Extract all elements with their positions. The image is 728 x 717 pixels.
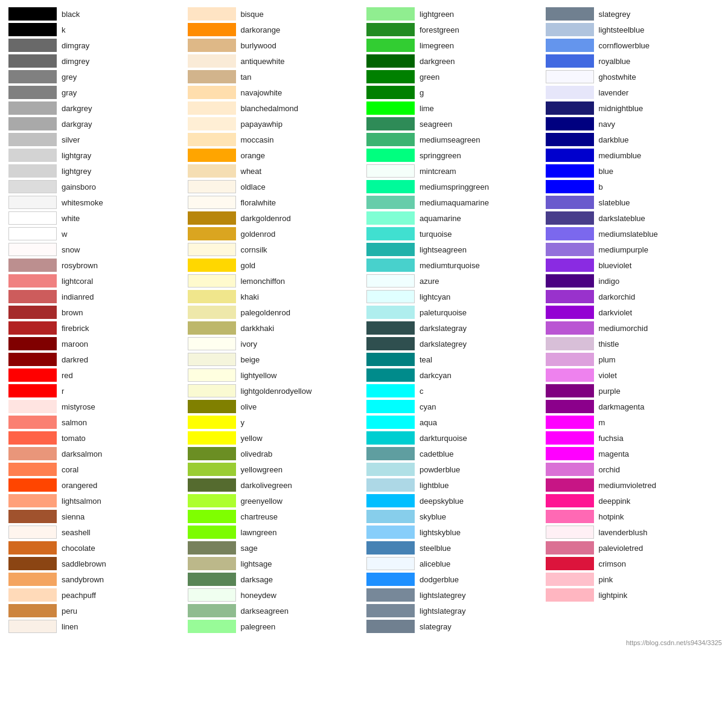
color-swatch [8,384,57,397]
list-item: whitesmoke [6,195,185,210]
color-label: oldlace [241,182,266,191]
color-label: lightgoldenrodyellow [241,387,312,396]
list-item: darkseagreen [185,603,365,619]
color-swatch [8,368,57,382]
color-swatch [188,259,236,272]
color-swatch [546,117,594,130]
color-swatch [546,274,594,288]
color-swatch [8,164,57,178]
color-swatch [188,416,236,429]
color-swatch [366,211,415,225]
list-item: turquoise [364,226,543,242]
list-item: orange [185,147,365,163]
list-item: lightgoldenrodyellow [185,383,365,399]
list-item: blanchedalmond [185,100,365,116]
list-item: saddlebrown [6,556,185,571]
list-item: lightgreen [364,6,543,22]
color-swatch [188,604,236,617]
list-item: violet [543,367,723,383]
color-label: orchid [599,465,620,474]
color-swatch [546,573,594,586]
list-item: peru [6,603,185,619]
list-item: darkgoldenrod [185,210,365,226]
color-label: darkgreen [420,57,455,66]
color-label: darksage [241,575,273,584]
color-label: brown [62,308,83,317]
color-swatch [366,416,415,429]
color-label: lightpink [599,591,628,600]
list-item: red [6,367,185,383]
color-swatch [546,431,594,445]
list-item: mediumvioletred [543,477,723,493]
list-item: midnightblue [543,100,723,116]
color-label: seashell [62,528,91,537]
list-item: dimgrey [6,53,185,69]
color-swatch [188,196,236,209]
color-label: darkgrey [62,104,92,113]
list-item: gold [185,257,365,273]
color-swatch [8,70,57,83]
list-item: aliceblue [364,556,543,571]
color-swatch [8,510,57,523]
color-label: darkslategray [420,324,467,333]
color-swatch [8,243,57,256]
color-label: gray [62,88,77,97]
list-item: darkturquoise [364,430,543,446]
color-label: cornsilk [241,245,267,254]
list-item: darkorchid [543,289,723,304]
color-label: dimgrey [62,57,89,66]
color-label: moccasin [241,135,274,144]
color-swatch [188,211,236,225]
color-label: mediumspringgreen [420,182,489,191]
color-label: y [241,418,245,427]
color-swatch [188,478,236,492]
color-label: greenyellow [241,497,283,506]
color-swatch [8,117,57,130]
color-swatch [188,431,236,445]
color-swatch [8,306,57,319]
color-swatch [8,321,57,335]
list-item: sage [185,540,365,556]
color-label: darkmagenta [599,402,645,411]
color-label: m [599,418,605,427]
color-label: k [62,25,66,34]
color-swatch [188,149,236,162]
color-swatch [366,196,415,209]
list-item: forestgreen [364,22,543,37]
color-label: darkkhaki [241,324,275,333]
color-swatch [188,368,236,382]
color-swatch [546,243,594,256]
list-item: royalblue [543,53,723,69]
color-label: mediumaquamarine [420,198,489,207]
color-swatch [546,447,594,460]
list-item: teal [364,352,543,367]
color-swatch [366,39,415,52]
color-label: darkblue [599,135,629,144]
color-swatch [188,164,236,178]
list-item: rosybrown [6,257,185,273]
color-swatch [546,478,594,492]
color-label: mistyrose [62,402,95,411]
list-item: burlywood [185,37,365,53]
list-item: chartreuse [185,509,365,524]
list-item: gainsboro [6,179,185,195]
color-swatch [546,494,594,507]
column-4: slategreylightsteelbluecornflowerblueroy… [543,6,723,634]
list-item: fuchsia [543,430,723,446]
color-label: darksalmon [62,449,102,458]
color-label: seagreen [420,120,452,129]
list-item: limegreen [364,37,543,53]
color-swatch [366,431,415,445]
color-swatch [366,117,415,130]
column-2: bisquedarkorangeburlywoodantiquewhitetan… [185,6,365,634]
color-label: yellow [241,434,263,443]
color-swatch [546,306,594,319]
list-item: seagreen [364,116,543,132]
list-item: steelblue [364,540,543,556]
color-label: navy [599,120,615,129]
list-item: aquamarine [364,210,543,226]
color-label: fuchsia [599,434,624,443]
color-label: darkorange [241,25,281,34]
color-swatch [8,416,57,429]
color-label: darkolivegreen [241,481,292,490]
